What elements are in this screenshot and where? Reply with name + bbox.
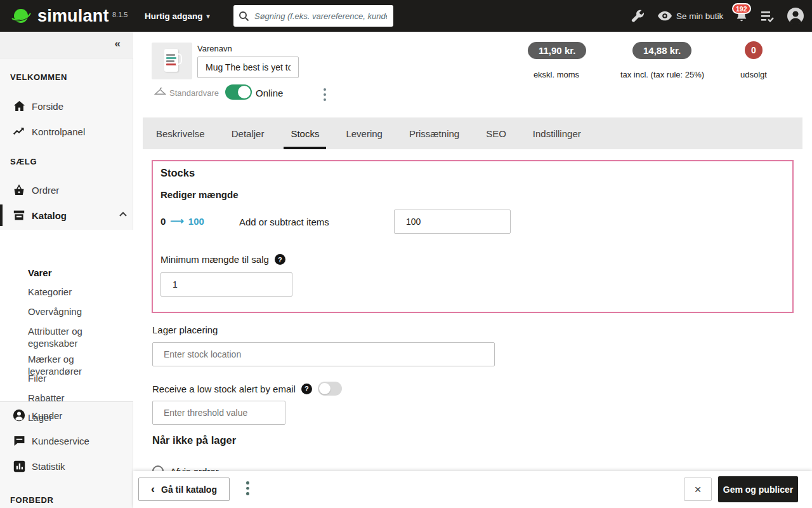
low-stock-alert-row: Receive a low stock alert by email ? bbox=[152, 382, 342, 396]
collapse-sidebar-icon[interactable]: « bbox=[115, 37, 121, 50]
debug-wrench-icon[interactable] bbox=[631, 0, 645, 32]
product-tabs: Beskrivelse Detaljer Stocks Levering Pri… bbox=[143, 117, 802, 149]
product-thumbnail bbox=[152, 43, 192, 79]
tab-beskrivelse[interactable]: Beskrivelse bbox=[143, 117, 218, 149]
footer-kebab-menu[interactable] bbox=[246, 481, 249, 495]
price-excl-pill: 11,90 kr. bbox=[528, 42, 586, 59]
product-type-label: Standardvare bbox=[169, 88, 219, 98]
sidebar-item-kundeservice[interactable]: Kundeservice bbox=[0, 430, 133, 451]
price-excl-caption: ekskl. moms bbox=[515, 70, 598, 79]
product-name-field bbox=[197, 57, 299, 78]
mug-image bbox=[164, 49, 178, 72]
price-incl-caption: tax incl. (tax rule: 25%) bbox=[605, 70, 719, 79]
submenu-item-kategorier[interactable]: Kategorier bbox=[28, 286, 128, 298]
sidebar: « VELKOMMEN Forside Kontrolpanel SÆLG Or… bbox=[0, 32, 133, 508]
global-search bbox=[233, 5, 393, 27]
tab-prissaetning[interactable]: Prissætning bbox=[396, 117, 473, 149]
submenu-item-filer[interactable]: Filer bbox=[28, 372, 128, 384]
online-toggle[interactable] bbox=[225, 84, 252, 100]
version-label: 8.1.5 bbox=[112, 11, 128, 18]
trending-up-icon bbox=[13, 125, 25, 138]
multistore-list-icon[interactable] bbox=[760, 0, 775, 32]
sidebar-item-label: Kundeservice bbox=[32, 436, 89, 446]
admin-product-page: simulant 8.1.5 Hurtig adgang ▾ Se min bu… bbox=[0, 0, 812, 508]
search-input[interactable] bbox=[253, 11, 388, 22]
sidebar-item-ordrer[interactable]: Ordrer bbox=[0, 179, 133, 201]
tab-indstillinger[interactable]: Indstillinger bbox=[520, 117, 594, 149]
add-subtract-field bbox=[394, 210, 511, 234]
quantity-delta-row: 0 ⟶ 100 bbox=[160, 215, 204, 227]
tab-detaljer[interactable]: Detaljer bbox=[218, 117, 278, 149]
sidebar-item-label: Katalog bbox=[32, 210, 67, 221]
quick-access-menu[interactable]: Hurtig adgang ▾ bbox=[145, 0, 210, 32]
submenu-item-varer[interactable]: Varer bbox=[28, 267, 128, 279]
sidebar-item-statistik[interactable]: Statistik bbox=[0, 455, 133, 477]
threshold-input[interactable] bbox=[152, 401, 285, 425]
go-to-catalog-label: Gå til katalog bbox=[161, 485, 217, 495]
sidebar-item-label: Kunder bbox=[32, 410, 62, 421]
stock-location-field bbox=[152, 342, 495, 366]
sidebar-item-label: Ordrer bbox=[32, 185, 59, 196]
sidebar-item-kunder[interactable]: Kunder bbox=[0, 404, 133, 426]
close-icon: × bbox=[694, 483, 701, 497]
submenu-item-overvaagning[interactable]: Overvågning bbox=[28, 305, 128, 318]
min-qty-label: Minimum mængde til salg bbox=[160, 254, 269, 265]
katalog-submenu: Varer Kategorier Overvågning Attributter… bbox=[0, 230, 133, 401]
soldout-caption: udsolgt bbox=[728, 70, 779, 79]
threshold-field bbox=[152, 401, 285, 425]
min-qty-row: Minimum mængde til salg ? bbox=[160, 254, 285, 265]
view-shop-label: Se min butik bbox=[676, 11, 723, 21]
account-avatar-icon[interactable] bbox=[787, 0, 804, 32]
save-publish-button[interactable]: Gem og publicer bbox=[718, 476, 798, 502]
help-icon[interactable]: ? bbox=[301, 384, 312, 394]
arrow-right-icon: ⟶ bbox=[170, 215, 184, 227]
sidebar-section-improve: FORBEDR bbox=[10, 495, 53, 505]
low-stock-alert-label: Receive a low stock alert by email bbox=[152, 384, 296, 394]
sidebar-item-katalog[interactable]: Katalog bbox=[0, 204, 136, 226]
tab-stocks[interactable]: Stocks bbox=[277, 117, 332, 149]
person-icon bbox=[13, 409, 25, 422]
chat-bubble-icon bbox=[13, 434, 25, 447]
sidebar-item-kontrolpanel[interactable]: Kontrolpanel bbox=[0, 121, 133, 142]
store-icon bbox=[13, 209, 25, 222]
planet-logo-icon bbox=[10, 6, 32, 25]
online-status-label: Online bbox=[256, 88, 283, 98]
tab-levering[interactable]: Levering bbox=[332, 117, 396, 149]
stocks-panel: Stocks Rediger mængde 0 ⟶ 100 Add or sub… bbox=[152, 160, 794, 313]
quick-access-label: Hurtig adgang bbox=[145, 11, 203, 21]
eye-icon bbox=[658, 11, 672, 21]
sidebar-divider bbox=[0, 401, 133, 402]
stock-location-label: Lager placering bbox=[152, 324, 218, 335]
notifications-badge: 192 bbox=[732, 3, 751, 14]
top-bar: simulant 8.1.5 Hurtig adgang ▾ Se min bu… bbox=[0, 0, 812, 32]
sidebar-item-label: Statistik bbox=[32, 461, 65, 472]
sidebar-header: « bbox=[0, 32, 133, 58]
chevron-up-icon bbox=[119, 211, 127, 217]
sidebar-item-label: Forside bbox=[32, 101, 63, 112]
home-icon bbox=[13, 100, 25, 112]
product-name-input[interactable] bbox=[197, 57, 299, 78]
go-to-catalog-button[interactable]: ‹ Gå til katalog bbox=[138, 478, 230, 501]
close-button[interactable]: × bbox=[684, 478, 712, 501]
min-qty-field bbox=[160, 272, 292, 297]
quantity-from: 0 bbox=[160, 216, 166, 227]
soldout-badge: 0 bbox=[745, 41, 763, 59]
help-icon[interactable]: ? bbox=[275, 254, 285, 265]
product-header-kebab-menu[interactable] bbox=[324, 88, 326, 101]
submenu-item-rabatter[interactable]: Rabatter bbox=[28, 392, 128, 404]
tab-seo[interactable]: SEO bbox=[473, 117, 520, 149]
caret-down-icon: ▾ bbox=[207, 13, 210, 20]
add-subtract-input[interactable] bbox=[394, 210, 511, 234]
stock-location-input[interactable] bbox=[152, 342, 495, 366]
min-qty-input[interactable] bbox=[160, 272, 292, 297]
submenu-item-attributter[interactable]: Attributter og egenskaber bbox=[28, 325, 128, 349]
low-stock-alert-toggle[interactable] bbox=[318, 382, 342, 396]
edit-quantity-title: Rediger mængde bbox=[160, 189, 239, 200]
basket-icon bbox=[13, 184, 25, 196]
product-name-label: Varenavn bbox=[197, 44, 232, 53]
logo-text: simulant bbox=[37, 6, 109, 26]
sidebar-item-forside[interactable]: Forside bbox=[0, 95, 133, 117]
app-logo[interactable]: simulant bbox=[10, 0, 109, 32]
sidebar-section-welcome: VELKOMMEN bbox=[10, 72, 67, 82]
view-shop-link[interactable]: Se min butik bbox=[658, 0, 723, 32]
